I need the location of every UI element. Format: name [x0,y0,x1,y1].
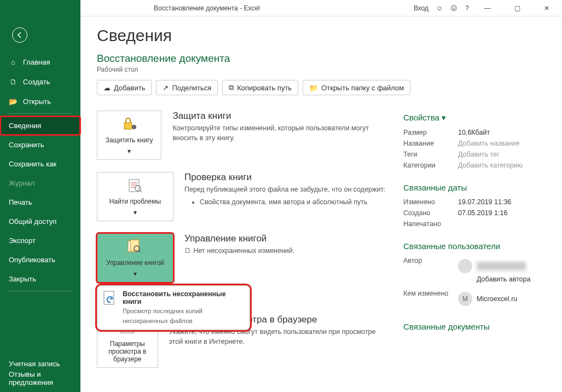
lastmod-row: MMicroexcel.ru [458,290,517,308]
modified-label: Изменено [403,198,458,206]
titlebar-controls: Вход ☺ ☹ ? — ▢ ✕ [414,0,562,16]
left-column: Защитить книгу ▾ Защита книги Контролиру… [97,111,387,380]
content-area: Сведения Восстановление документа Рабочи… [80,16,562,392]
inspect-icon [125,177,146,194]
manage-workbook-button[interactable]: Управление книгой ▾ [97,233,173,283]
lock-icon [119,116,140,133]
home-icon: ⌂ [9,57,18,66]
svg-point-1 [132,125,136,129]
section-protect: Защитить книгу ▾ Защита книги Контролиру… [97,111,387,160]
sidebar-item-history: Журнал [0,174,80,193]
sidebar: ⌂Главная 🗋Создать 📂Открыть Сведения Сохр… [0,0,80,392]
author-name-blurred [477,262,526,270]
sidebar-item-open[interactable]: 📂Открыть [0,91,80,111]
related-people-header: Связанные пользователи [403,241,546,251]
inspect-desc: Перед публикацией этого файла не забудьт… [184,185,386,195]
tags-label: Теги [403,151,458,158]
sidebar-item-new[interactable]: 🗋Создать [0,72,80,91]
protect-desc: Контролируйте типы изменений, которые по… [172,124,387,143]
categories-value[interactable]: Добавить категорию [458,162,523,169]
size-value: 10,6Кбайт [458,129,490,136]
sidebar-item-saveas[interactable]: Сохранить как [0,154,80,174]
help-icon[interactable]: ? [465,4,469,12]
sidebar-item-print[interactable]: Печать [0,193,80,212]
recover-unsaved-popup[interactable]: Восстановить несохраненные книги Просмот… [97,285,250,330]
author-label: Автор [403,257,458,283]
sidebar-item-feedback[interactable]: Отзывы и предложения [0,365,80,392]
add-author-link[interactable]: Добавить автора [477,275,530,283]
copypath-button[interactable]: ⧉Копировать путь [222,80,298,95]
frown-icon[interactable]: ☹ [450,4,457,12]
properties-header[interactable]: Свойства ▾ [403,113,546,123]
folder-icon: 📁 [309,84,318,92]
svg-rect-0 [124,123,132,129]
document-title: Восстановление документа [97,53,546,65]
share-icon: ↗ [163,84,169,92]
printed-label: Напечатано [403,220,458,228]
minimize-button[interactable]: — [477,0,499,16]
inspect-item: Свойства документа, имя автора и абсолют… [200,198,386,206]
protect-title: Защита книги [172,111,387,122]
sidebar-divider [9,291,72,291]
title-label: Название [403,140,458,147]
svg-rect-5 [130,240,139,251]
created-value: 07.05.2019 1:16 [458,209,507,217]
upload-button[interactable]: ☁Добавить [97,80,152,95]
avatar: M [458,292,472,306]
created-label: Создано [403,209,458,217]
title-value[interactable]: Добавить название [458,140,519,147]
document-location: Рабочий стол [97,66,546,73]
new-icon: 🗋 [9,77,18,86]
toolbar: ☁Добавить ↗Поделиться ⧉Копировать путь 📁… [97,80,546,95]
avatar [458,259,472,273]
signin-link[interactable]: Вход [414,4,428,12]
popup-desc: Просмотр последних копий несохраненных ф… [123,308,202,324]
protect-workbook-button[interactable]: Защитить книгу ▾ [97,111,161,160]
page-title: Сведения [97,26,546,45]
tags-value[interactable]: Добавить тег [458,151,500,158]
modified-value: 19.07.2019 11:36 [458,198,511,206]
sidebar-item-close[interactable]: Закрыть [0,269,80,289]
smile-icon[interactable]: ☺ [436,4,443,12]
check-issues-button[interactable]: Найти проблемы ▾ [97,172,173,221]
chevron-down-icon: ▾ [128,147,131,155]
related-docs-header: Связанные документы [403,322,546,331]
close-button[interactable]: ✕ [536,0,558,16]
sidebar-item-home[interactable]: ⌂Главная [0,52,80,72]
chevron-down-icon: ▾ [134,209,137,216]
author-row [458,257,530,275]
properties-panel: Свойства ▾ Размер10,6Кбайт НазваниеДобав… [403,111,546,380]
share-button[interactable]: ↗Поделиться [156,80,218,95]
categories-label: Категории [403,162,458,169]
openfolder-button[interactable]: 📁Открыть папку с файлом [303,80,410,95]
chevron-down-icon: ▾ [442,113,446,122]
sidebar-item-publish[interactable]: Опубликовать [0,250,80,269]
cloud-upload-icon: ☁ [103,84,111,92]
sidebar-item-share[interactable]: Общий доступ [0,212,80,231]
manage-desc: 🗋 Нет несохраненных изменений. [184,246,294,256]
sidebar-divider [9,113,72,114]
section-manage: Управление книгой ▾ Управление книгой 🗋 … [97,233,387,283]
related-dates-header: Связанные даты [403,183,546,192]
manage-title: Управление книгой [184,233,294,244]
open-icon: 📂 [9,97,18,106]
lastmod-value: Microexcel.ru [477,295,517,303]
arrow-left-icon [16,31,24,39]
manage-icon [125,238,146,256]
link-icon: ⧉ [229,83,234,92]
lastmod-label: Кем изменено [403,290,458,308]
size-label: Размер [403,129,458,136]
sidebar-item-export[interactable]: Экспорт [0,231,80,250]
recover-icon [103,290,117,325]
chevron-down-icon: ▾ [134,270,137,278]
maximize-button[interactable]: ▢ [506,0,528,16]
titlebar: Восстановление документа - Excel Вход ☺ … [0,0,562,16]
section-inspect: Найти проблемы ▾ Проверка книги Перед пу… [97,172,387,221]
back-button[interactable] [12,27,27,43]
popup-title: Восстановить несохраненные книги [123,290,244,305]
browser-desc: Укажите, что именно смогут видеть пользо… [169,327,387,347]
sidebar-item-info[interactable]: Сведения [0,116,80,135]
sidebar-item-save[interactable]: Сохранить [0,135,80,154]
inspect-title: Проверка книги [184,172,386,183]
